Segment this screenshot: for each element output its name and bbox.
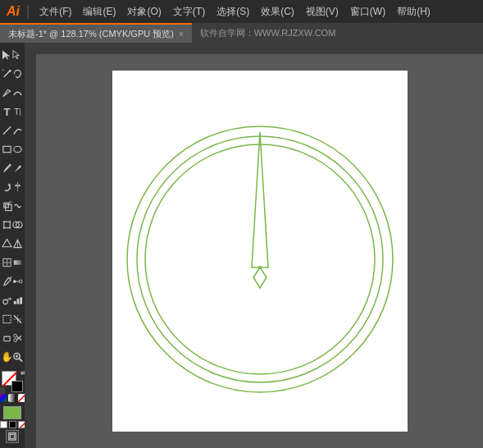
hand-tool[interactable]: ✋ — [2, 348, 12, 366]
mesh-tool[interactable] — [2, 254, 12, 272]
rectangle-tool[interactable] — [2, 140, 12, 158]
blend-tool[interactable] — [12, 272, 23, 290]
white-swatch[interactable] — [0, 421, 7, 428]
color-swatches-row — [0, 421, 25, 428]
shape-tools-row — [2, 140, 23, 158]
eraser-scissors-row — [2, 329, 23, 347]
scale-tools-row — [2, 197, 23, 215]
stroke-box[interactable] — [11, 381, 23, 392]
svg-marker-9 — [7, 183, 11, 185]
menu-file[interactable]: 文件(F) — [34, 3, 76, 21]
pen-tool[interactable] — [2, 84, 12, 102]
svg-line-4 — [2, 69, 4, 71]
menu-type[interactable]: 文字(T) — [168, 3, 210, 21]
type-tool[interactable]: T — [2, 103, 12, 121]
line-tool[interactable] — [2, 121, 12, 139]
screen-mode-button[interactable] — [6, 430, 19, 443]
slice-tool[interactable] — [12, 310, 23, 328]
lasso-tool[interactable] — [12, 65, 23, 83]
rotate-tool[interactable] — [2, 178, 12, 196]
paintbrush-tool[interactable] — [2, 159, 12, 177]
svg-rect-42 — [4, 336, 10, 341]
line-tools-row — [2, 121, 23, 139]
svg-line-6 — [3, 126, 11, 134]
svg-marker-0 — [2, 50, 10, 59]
svg-rect-16 — [4, 222, 10, 227]
reflect-tool[interactable] — [12, 178, 23, 196]
menu-edit[interactable]: 编辑(E) — [78, 3, 121, 21]
ruler-vertical — [25, 54, 36, 448]
symbol-sprayer-tool[interactable] — [2, 291, 12, 309]
svg-marker-61 — [252, 132, 268, 267]
default-colors-icon[interactable]: ⬛ — [0, 387, 6, 394]
svg-point-17 — [3, 221, 5, 222]
menu-window[interactable]: 窗口(W) — [345, 3, 390, 21]
scale-tool[interactable] — [2, 197, 12, 215]
menu-view[interactable]: 视图(V) — [301, 3, 344, 21]
svg-point-20 — [9, 227, 11, 229]
ellipse-tool[interactable] — [12, 140, 23, 158]
artboard-slice-row — [2, 310, 23, 328]
gradient-tool[interactable] — [12, 254, 23, 272]
fill-stroke-container[interactable]: ⇄ ⬛ — [2, 371, 23, 392]
type-tools-row: T T| — [2, 103, 23, 121]
svg-point-18 — [9, 221, 11, 222]
menu-object[interactable]: 对象(O) — [122, 3, 166, 21]
canvas-area[interactable]: // Ruler ticks will be drawn via JS afte… — [25, 43, 483, 448]
column-graph-tool[interactable] — [12, 291, 23, 309]
vertical-type-tool[interactable]: T| — [12, 103, 23, 121]
tab-title: 未标题-1* @ 128.17% (CMYK/GPU 预览) — [8, 28, 174, 40]
eyedropper-blend-row — [2, 272, 23, 290]
main-layout: T T| — [0, 43, 483, 448]
svg-rect-36 — [17, 299, 20, 304]
free-transform-tool[interactable] — [2, 216, 12, 234]
brush-tools-row — [2, 159, 23, 177]
color-modes — [0, 394, 26, 402]
selection-tool[interactable] — [2, 46, 12, 64]
svg-rect-55 — [11, 435, 15, 439]
clock-drawing — [112, 71, 408, 432]
bottom-swatches — [0, 406, 25, 446]
svg-point-32 — [19, 280, 22, 283]
svg-line-2 — [4, 71, 10, 76]
misc-tools-row — [2, 216, 23, 234]
curvature-tool[interactable] — [12, 84, 23, 102]
black-swatch[interactable] — [9, 421, 16, 428]
live-paint-tool[interactable] — [2, 235, 12, 253]
svg-point-31 — [13, 280, 16, 283]
eraser-tool[interactable] — [2, 329, 12, 347]
scissors-tool[interactable] — [12, 329, 23, 347]
color-mode-gradient[interactable] — [8, 394, 16, 402]
shape-builder-tool[interactable] — [12, 216, 23, 234]
selection-tools-row — [2, 46, 23, 64]
direct-selection-tool[interactable] — [12, 46, 23, 64]
menu-help[interactable]: 帮助(H) — [392, 3, 435, 21]
perspective-grid-tool[interactable] — [12, 235, 23, 253]
arc-tool[interactable] — [12, 121, 23, 139]
pencil-tool[interactable] — [12, 159, 23, 177]
svg-rect-38 — [3, 315, 11, 322]
tab-close-button[interactable]: × — [179, 30, 184, 39]
tab-bar: 未标题-1* @ 128.17% (CMYK/GPU 预览) × 软件自学网：W… — [0, 23, 483, 43]
svg-point-58 — [127, 126, 393, 392]
svg-marker-62 — [253, 267, 267, 288]
eyedropper-tool[interactable] — [2, 272, 12, 290]
zoom-tool[interactable] — [12, 348, 23, 366]
svg-rect-37 — [20, 297, 22, 304]
green-color-swatch[interactable] — [3, 406, 21, 419]
active-tab[interactable]: 未标题-1* @ 128.17% (CMYK/GPU 预览) × — [0, 23, 192, 43]
menu-select[interactable]: 选择(S) — [212, 3, 254, 21]
svg-rect-57 — [25, 54, 36, 448]
svg-rect-29 — [14, 260, 21, 265]
title-bar: Ai | 文件(F) 编辑(E) 对象(O) 文字(T) 选择(S) 效果(C)… — [0, 0, 483, 23]
svg-point-59 — [137, 136, 383, 382]
menu-bar: 文件(F) 编辑(E) 对象(O) 文字(T) 选择(S) 效果(C) 视图(V… — [34, 3, 435, 21]
ai-logo: Ai — [7, 4, 20, 19]
warp-tool[interactable] — [12, 197, 23, 215]
mesh-gradient-row — [2, 254, 23, 272]
svg-line-15 — [8, 201, 11, 203]
color-mode-solid[interactable] — [0, 394, 7, 402]
magic-wand-tool[interactable] — [2, 65, 12, 83]
menu-effect[interactable]: 效果(C) — [256, 3, 299, 21]
artboard-tool[interactable] — [2, 310, 12, 328]
